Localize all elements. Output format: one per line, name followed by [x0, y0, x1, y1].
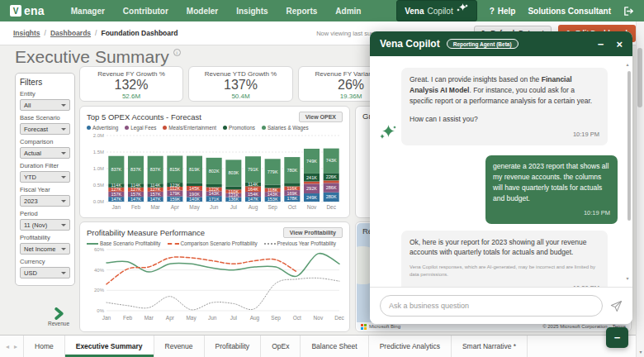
tab-profitability[interactable]: Profitability: [205, 336, 262, 357]
svg-text:Sep: Sep: [271, 315, 281, 321]
sheet-tab-bar: ◂ ▸ HomeExecutive SummaryRevenueProfitab…: [0, 335, 644, 357]
vena-logo[interactable]: V ena: [10, 4, 45, 17]
filter-value: USD: [24, 269, 37, 277]
svg-text:286K: 286K: [326, 185, 337, 190]
legend-dot-icon: [262, 126, 266, 130]
copilot-scroll-thumb[interactable]: [627, 71, 631, 221]
kpi-title: Revenue YTD Growth %: [189, 70, 292, 78]
scroll-up-icon[interactable]: ▴: [624, 61, 631, 67]
question-icon: ?: [490, 7, 495, 16]
svg-text:May: May: [186, 315, 197, 321]
help-button[interactable]: ? Help: [490, 7, 516, 16]
tab-balance-sheet[interactable]: Balance Sheet: [301, 336, 368, 357]
tab-revenue[interactable]: Revenue: [154, 336, 205, 357]
svg-text:Dec: Dec: [326, 204, 336, 210]
copilot-input-bar: [370, 287, 632, 324]
svg-text:116K: 116K: [287, 186, 298, 191]
legend-dot-icon: [223, 126, 227, 130]
ai-disclaimer: Vena Copilot responses, which are AI-gen…: [410, 264, 599, 278]
copilot-minimized-button[interactable]: −: [606, 327, 628, 348]
svg-text:147K: 147K: [111, 197, 121, 202]
svg-text:154K: 154K: [248, 192, 258, 197]
filter-label-fiscal-year: Fiscal Year: [20, 186, 70, 193]
filter-select-fiscal-year[interactable]: 2023: [20, 195, 70, 207]
copilot-chat-area: Great. I can provide insights based on t…: [370, 56, 627, 287]
svg-text:292K: 292K: [306, 186, 317, 191]
filter-select-period[interactable]: 11 (Nov): [20, 219, 70, 231]
svg-text:118K: 118K: [268, 188, 278, 193]
svg-text:Jun: Jun: [208, 315, 217, 321]
tab-smart-narrative[interactable]: Smart Narrative *: [452, 336, 528, 357]
tab-predictive-analytics[interactable]: Predictive Analytics: [369, 336, 452, 357]
logout-icon[interactable]: [623, 6, 634, 17]
send-icon[interactable]: [610, 300, 623, 312]
scroll-down-icon[interactable]: ▾: [624, 275, 631, 281]
svg-text:0.0M: 0.0M: [93, 199, 104, 204]
map-copyright: © 2025 Microsoft Corporation: [542, 324, 607, 329]
filter-label-currency: Currency: [20, 258, 70, 265]
profitability-line-chart: 0%20%40%60%JanFebMarAprMayJunJulAugSepOc…: [87, 246, 344, 322]
nav-item-admin[interactable]: Admin: [335, 7, 361, 16]
copilot-minimize-icon[interactable]: −: [598, 38, 604, 50]
svg-text:147K: 147K: [150, 197, 161, 202]
nav-item-reports[interactable]: Reports: [286, 7, 318, 16]
legend-item-salaries-wages: Salaries & Wages: [262, 125, 309, 131]
revenue-shortcut-label: Revenue: [43, 321, 74, 326]
breadcrumb-dashboards[interactable]: Dashboards: [50, 29, 91, 37]
copilot-nav-button[interactable]: Vena Copilot: [396, 0, 477, 21]
svg-text:110K: 110K: [229, 189, 239, 194]
tab-home[interactable]: Home: [23, 336, 65, 357]
breadcrumb-insights[interactable]: Insights: [13, 29, 40, 37]
svg-text:837K: 837K: [111, 167, 121, 172]
primary-nav: ManagerContributorModelerInsightsReports…: [71, 7, 362, 16]
filter-select-entity[interactable]: All: [20, 99, 70, 111]
page-scrollbar[interactable]: ▾: [636, 21, 644, 357]
filter-select-currency[interactable]: USD: [20, 267, 70, 278]
svg-text:190K: 190K: [189, 192, 200, 197]
filter-select-comparison[interactable]: Actual: [20, 147, 70, 159]
nav-item-insights[interactable]: Insights: [236, 7, 268, 16]
sparkle-icon: [457, 3, 469, 18]
svg-text:802K: 802K: [209, 169, 220, 174]
legend-line-icon: [87, 243, 98, 245]
view-opex-button[interactable]: View OPEX: [299, 112, 343, 122]
filter-label-comparison: Comparison: [20, 138, 70, 145]
chevron-right-icon: [53, 307, 64, 320]
svg-text:Oct: Oct: [288, 204, 296, 210]
filter-value: 11 (Nov): [24, 221, 47, 229]
svg-text:Apr: Apr: [171, 204, 180, 211]
svg-text:749K: 749K: [306, 159, 317, 164]
revenue-shortcut[interactable]: Revenue: [43, 307, 74, 326]
filter-select-base-scenario[interactable]: Forecast: [20, 123, 70, 135]
copilot-question-input[interactable]: [380, 295, 603, 317]
account-menu[interactable]: Solutions Consultant: [528, 7, 611, 16]
copilot-button-label: Copilot: [428, 7, 453, 16]
tabs-next-icon[interactable]: ▸: [14, 343, 17, 350]
page-scroll-down-icon[interactable]: ▾: [637, 349, 644, 355]
copilot-scrollbar[interactable]: ▴ ▾: [627, 61, 631, 281]
svg-text:0%: 0%: [97, 308, 104, 313]
copilot-assistant-message: Great. I can provide insights based on t…: [378, 68, 619, 145]
filter-select-duration-filter[interactable]: YTD: [20, 171, 70, 183]
tabs-prev-icon[interactable]: ◂: [6, 343, 9, 350]
filter-label-entity: Entity: [20, 90, 70, 98]
tab-opex[interactable]: OpEx: [261, 336, 301, 357]
svg-text:Feb: Feb: [131, 204, 141, 210]
svg-text:Jul: Jul: [230, 204, 238, 210]
legend-line-icon: [168, 243, 179, 245]
svg-text:May: May: [189, 204, 200, 211]
filter-select-profitability[interactable]: Net Income: [20, 243, 70, 255]
tab-executive-summary[interactable]: Executive Summary: [65, 336, 154, 357]
nav-item-modeler[interactable]: Modeler: [187, 7, 218, 16]
svg-text:249K: 249K: [306, 195, 317, 200]
view-profitability-button[interactable]: View Profitability: [283, 227, 343, 238]
copilot-close-icon[interactable]: ×: [616, 38, 623, 50]
filter-value: Forecast: [24, 126, 48, 133]
breadcrumb: Insights/Dashboards/Foundation Dashboard: [13, 29, 178, 37]
svg-text:136K: 136K: [228, 197, 239, 202]
top-nav: V ena ManagerContributorModelerInsightsR…: [0, 0, 644, 21]
page-scroll-thumb[interactable]: [637, 48, 642, 107]
svg-text:20%: 20%: [94, 288, 105, 293]
nav-item-manager[interactable]: Manager: [71, 7, 105, 16]
nav-item-contributor[interactable]: Contributor: [123, 7, 168, 16]
